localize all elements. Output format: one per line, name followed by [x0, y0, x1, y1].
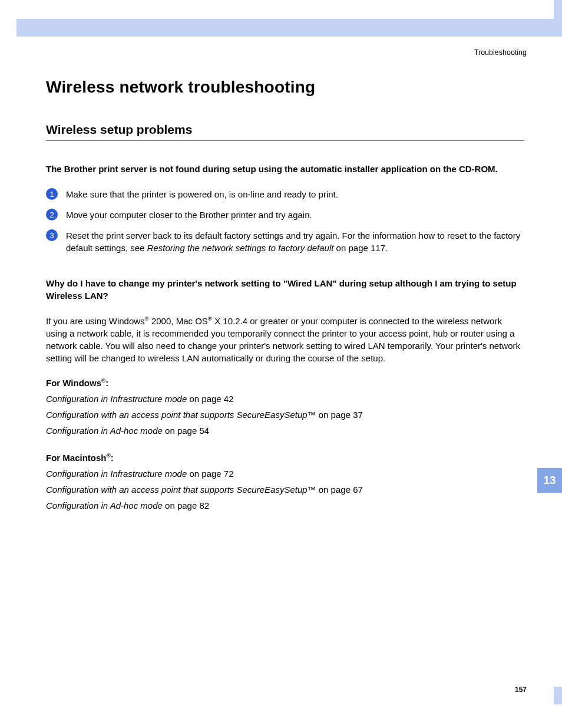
step-item: 3 Reset the print server back to its def… — [46, 229, 524, 254]
cross-reference[interactable]: Restoring the network settings to factor… — [147, 243, 334, 253]
body-paragraph: If you are using Windows® 2000, Mac OS® … — [46, 315, 524, 364]
reference-line: Configuration in Ad-hoc mode on page 82 — [46, 500, 524, 510]
registered-symbol: ® — [107, 452, 111, 459]
header-band — [16, 19, 562, 37]
reference-location: on page 72 — [187, 469, 233, 479]
registered-symbol: ® — [145, 315, 149, 322]
reference-location: on page 42 — [187, 394, 233, 404]
step-number-badge: 2 — [46, 209, 58, 220]
platform-subhead: For Windows®: — [46, 377, 524, 388]
step-text-post: on page 117. — [333, 243, 388, 253]
step-number-badge: 3 — [46, 229, 58, 241]
section-heading: Wireless setup problems — [46, 123, 524, 141]
problem-heading: Why do I have to change my printer's net… — [46, 278, 524, 302]
decorative-stripe — [554, 687, 562, 704]
reference-location: on page 54 — [163, 426, 209, 436]
cross-reference[interactable]: Configuration in Ad-hoc mode — [46, 500, 163, 510]
reference-line: Configuration in Ad-hoc mode on page 54 — [46, 426, 524, 436]
problem-heading: The Brother print server is not found du… — [46, 163, 524, 175]
cross-reference[interactable]: Configuration in Infrastructure mode — [46, 394, 187, 404]
subhead-pre: For Windows — [46, 378, 101, 388]
step-item: 2 Move your computer closer to the Broth… — [46, 209, 524, 221]
reference-line: Configuration in Infrastructure mode on … — [46, 394, 524, 404]
reference-location: on page 67 — [316, 485, 363, 495]
step-text: Make sure that the printer is powered on… — [66, 188, 524, 200]
reference-line: Configuration with an access point that … — [46, 485, 524, 495]
subhead-pre: For Macintosh — [46, 453, 107, 463]
cross-reference[interactable]: Configuration in Infrastructure mode — [46, 469, 187, 479]
chapter-tab: 13 — [537, 468, 562, 493]
decorative-stripe — [554, 0, 562, 19]
content-area: Wireless network troubleshooting Wireles… — [46, 78, 524, 516]
cross-reference[interactable]: Configuration with an access point that … — [46, 485, 316, 495]
step-number-badge: 1 — [46, 188, 58, 200]
para-fragment: If you are using Windows — [46, 316, 145, 326]
page-number: 157 — [515, 686, 527, 694]
document-page: Troubleshooting Wireless network trouble… — [0, 0, 562, 728]
step-text: Move your computer closer to the Brother… — [66, 209, 524, 221]
reference-line: Configuration in Infrastructure mode on … — [46, 469, 524, 479]
registered-symbol: ® — [208, 315, 212, 322]
page-title: Wireless network troubleshooting — [46, 78, 524, 97]
step-item: 1 Make sure that the printer is powered … — [46, 188, 524, 200]
running-header: Troubleshooting — [474, 48, 527, 57]
subhead-post: : — [105, 378, 108, 388]
subhead-post: : — [111, 453, 114, 463]
platform-subhead: For Macintosh®: — [46, 452, 524, 463]
cross-reference[interactable]: Configuration with an access point that … — [46, 410, 316, 420]
para-fragment: 2000, Mac OS — [149, 316, 208, 326]
cross-reference[interactable]: Configuration in Ad-hoc mode — [46, 426, 163, 436]
reference-line: Configuration with an access point that … — [46, 410, 524, 420]
step-text: Reset the print server back to its defau… — [66, 229, 524, 254]
reference-location: on page 82 — [163, 500, 209, 510]
reference-location: on page 37 — [316, 410, 363, 420]
